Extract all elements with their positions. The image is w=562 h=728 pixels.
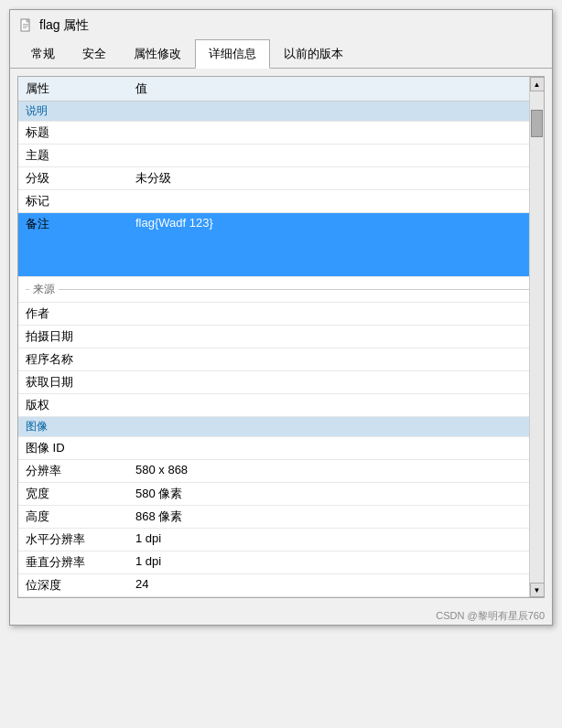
table-row: 高度 868 像素: [18, 506, 544, 529]
svg-rect-4: [23, 27, 27, 28]
prop-name-subject: 主题: [18, 145, 128, 167]
section-description-label: 说明: [18, 102, 544, 122]
prop-name-rating: 分级: [18, 167, 128, 190]
prop-val-date-taken[interactable]: [128, 326, 544, 348]
table-row: 图像 ID: [18, 437, 544, 460]
scroll-up-button[interactable]: ▲: [530, 77, 545, 91]
prop-val-tags[interactable]: [128, 190, 544, 213]
section-image-label: 图像: [18, 417, 544, 437]
prop-val-width: 580 像素: [128, 483, 544, 506]
prop-name-author: 作者: [18, 303, 128, 326]
prop-name-copyright: 版权: [18, 394, 128, 417]
title-bar: flag 属性: [10, 10, 552, 39]
table-row: 水平分辨率 1 dpi: [18, 529, 544, 551]
prop-val-subject[interactable]: [128, 145, 544, 167]
prop-val-hdpi: 1 dpi: [128, 529, 544, 551]
prop-val-bitdepth: 24: [128, 574, 544, 597]
table-row: 拍摄日期: [18, 326, 544, 348]
prop-val-resolution: 580 x 868: [128, 460, 544, 483]
prop-name-hdpi: 水平分辨率: [18, 529, 128, 551]
content-area: 属性 值 说明 标题 主题 分级: [17, 76, 545, 598]
svg-rect-2: [23, 24, 28, 25]
tab-previous-versions[interactable]: 以前的版本: [270, 39, 357, 69]
prop-val-note[interactable]: flag{Wadf 123}: [128, 213, 544, 277]
window-title: flag 属性: [39, 17, 89, 34]
properties-table: 属性 值 说明 标题 主题 分级: [18, 77, 544, 597]
prop-name-note: 备注: [18, 213, 128, 277]
table-row: 宽度 580 像素: [18, 483, 544, 506]
table-row: 分级 未分级: [18, 167, 544, 190]
tab-details[interactable]: 详细信息: [195, 39, 270, 69]
tab-security[interactable]: 安全: [69, 39, 120, 69]
prop-val-acquire-date[interactable]: [128, 371, 544, 394]
table-row: 标题: [18, 122, 544, 145]
table-row: 版权: [18, 394, 544, 417]
prop-name-resolution: 分辨率: [18, 460, 128, 483]
watermark: CSDN @黎明有星辰760: [10, 605, 552, 625]
prop-val-vdpi: 1 dpi: [128, 551, 544, 574]
prop-val-image-id[interactable]: [128, 437, 544, 460]
section-description: 说明: [18, 102, 544, 122]
prop-name-tags: 标记: [18, 190, 128, 213]
prop-name-acquire-date: 获取日期: [18, 371, 128, 394]
svg-rect-3: [23, 26, 28, 27]
note-textarea[interactable]: flag{Wadf 123}: [135, 216, 536, 271]
watermark-text: CSDN @黎明有星辰760: [436, 610, 545, 621]
prop-name-title: 标题: [18, 122, 128, 145]
table-row: 主题: [18, 145, 544, 167]
section-source-label: 来源: [18, 279, 544, 300]
prop-name-image-id: 图像 ID: [18, 437, 128, 460]
scrollbar[interactable]: ▲ ▼: [529, 77, 544, 597]
tab-bar: 常规 安全 属性修改 详细信息 以前的版本: [10, 39, 552, 69]
table-header-row: 属性 值: [18, 77, 544, 102]
table-row: 作者: [18, 303, 544, 326]
column-header-name: 属性: [18, 77, 128, 102]
table-row: 程序名称: [18, 348, 544, 371]
scroll-down-button[interactable]: ▼: [530, 583, 545, 597]
scroll-track[interactable]: [530, 91, 544, 583]
properties-table-container: 属性 值 说明 标题 主题 分级: [18, 77, 544, 597]
section-source: 来源: [18, 277, 544, 303]
prop-name-height: 高度: [18, 506, 128, 529]
table-row: 垂直分辨率 1 dpi: [18, 551, 544, 574]
properties-window: flag 属性 常规 安全 属性修改 详细信息 以前的版本 属性 值 说明: [9, 9, 553, 626]
prop-val-program[interactable]: [128, 348, 544, 371]
file-icon: [19, 18, 34, 33]
prop-name-width: 宽度: [18, 483, 128, 506]
column-header-value: 值: [128, 77, 544, 102]
note-input-container: flag{Wadf 123}: [135, 216, 536, 273]
tab-property-change[interactable]: 属性修改: [120, 39, 195, 69]
prop-val-rating[interactable]: 未分级: [128, 167, 544, 190]
table-row: 分辨率 580 x 868: [18, 460, 544, 483]
prop-val-copyright[interactable]: [128, 394, 544, 417]
section-image: 图像: [18, 417, 544, 437]
table-row: 标记: [18, 190, 544, 213]
table-row-selected[interactable]: 备注 flag{Wadf 123}: [18, 213, 544, 277]
prop-name-program: 程序名称: [18, 348, 128, 371]
prop-val-height: 868 像素: [128, 506, 544, 529]
table-row: 获取日期: [18, 371, 544, 394]
scroll-thumb[interactable]: [531, 110, 543, 137]
prop-name-bitdepth: 位深度: [18, 574, 128, 597]
prop-name-vdpi: 垂直分辨率: [18, 551, 128, 574]
table-row: 位深度 24: [18, 574, 544, 597]
prop-val-title[interactable]: [128, 122, 544, 145]
prop-val-author[interactable]: [128, 303, 544, 326]
prop-name-date-taken: 拍摄日期: [18, 326, 128, 348]
tab-general[interactable]: 常规: [17, 39, 69, 69]
